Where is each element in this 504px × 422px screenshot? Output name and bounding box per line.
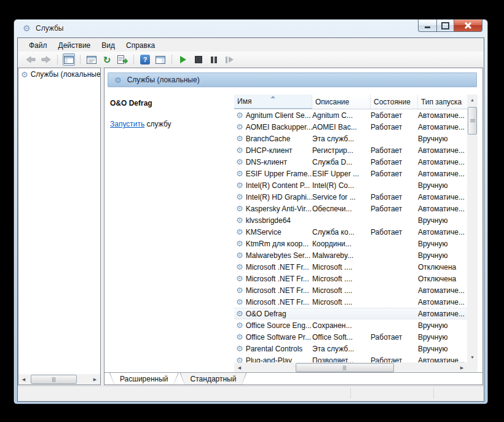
service-description-cell: Обеспечи...: [312, 205, 371, 213]
service-description-cell: Координи...: [312, 240, 371, 248]
scrollbar-thumb[interactable]: [31, 375, 77, 384]
service-startup-type-cell: Автоматиче...: [418, 158, 467, 166]
service-row[interactable]: ⚙Microsoft .NET Fr...Microsoft ....Отклю…: [234, 261, 467, 273]
help-button[interactable]: ?: [139, 53, 151, 66]
tab-extended[interactable]: Расширенный: [109, 373, 179, 385]
service-row[interactable]: ⚙Intel(R) Content P...Intel(R) Co...Вруч…: [234, 179, 467, 191]
tree-horizontal-scrollbar[interactable]: ◀ ▶: [18, 374, 100, 385]
minimize-button[interactable]: [418, 20, 437, 32]
toolbar-separator: [171, 55, 172, 64]
title-bar[interactable]: ⚙ Службы: [14, 20, 487, 37]
service-row[interactable]: ⚙AOMEI Backupper...AOMEI Bac...РаботаетА…: [234, 121, 467, 133]
help-icon: ?: [140, 55, 150, 64]
service-startup-type-cell: Вручную: [418, 345, 467, 353]
status-divider: [433, 388, 434, 399]
service-gear-icon: ⚙: [236, 356, 243, 362]
service-name-cell: ⚙Microsoft .NET Fr...: [234, 275, 312, 283]
service-startup-type-cell: Автоматиче...: [418, 228, 467, 236]
scroll-up-button[interactable]: ▲: [467, 95, 478, 105]
service-status-cell: Работает: [371, 356, 418, 363]
scroll-left-button[interactable]: ◀: [234, 362, 245, 373]
forward-arrow-icon: [41, 55, 51, 64]
forward-button[interactable]: [40, 53, 52, 66]
service-row[interactable]: ⚙Malwarebytes Ser...Malwareby...Вручную: [234, 249, 467, 261]
refresh-button[interactable]: ↻: [101, 53, 113, 66]
back-button[interactable]: [25, 53, 37, 66]
scrollbar-thumb[interactable]: [296, 363, 394, 372]
properties-button[interactable]: [85, 53, 98, 66]
maximize-button[interactable]: [437, 20, 454, 32]
column-header-status[interactable]: Состояние: [371, 95, 418, 109]
service-name-cell: ⚙klvssbrigde64: [234, 216, 312, 225]
service-gear-icon: ⚙: [236, 333, 243, 341]
service-startup-type-cell: Вручную: [418, 333, 467, 342]
scroll-down-button[interactable]: ▼: [467, 352, 478, 362]
service-row[interactable]: ⚙klvssbrigde64Вручную: [234, 214, 467, 226]
menu-item-help[interactable]: Справка: [120, 39, 160, 52]
service-action-line: Запустить службу: [110, 120, 171, 128]
column-header-name[interactable]: Имя: [234, 95, 312, 109]
tab-standard[interactable]: Стандартный: [180, 373, 247, 385]
menu-item-action[interactable]: Действие: [53, 39, 96, 52]
service-status-cell: Работает: [371, 146, 418, 155]
service-row[interactable]: ⚙O&O DefragАвтоматиче...: [234, 308, 467, 319]
service-row[interactable]: ⚙ESIF Upper Frame...ESIF Upper ...Работа…: [234, 168, 467, 179]
restart-service-button[interactable]: [223, 53, 235, 66]
start-icon: [180, 56, 186, 63]
service-name-cell: ⚙AOMEI Backupper...: [234, 123, 312, 131]
service-row[interactable]: ⚙DNS-клиентСлужба D...РаботаетАвтоматиче…: [234, 156, 467, 168]
service-row[interactable]: ⚙Microsoft .NET Fr...Microsoft ....Отклю…: [234, 273, 467, 284]
service-row[interactable]: ⚙Plug-and-PlayПозволяет...РаботаетАвтома…: [234, 354, 467, 362]
service-description-cell: Позволяет...: [312, 356, 371, 363]
service-row[interactable]: ⚙Agnitum Client Se...Agnitum C...Работае…: [234, 109, 467, 121]
services-gear-icon: ⚙: [114, 76, 122, 84]
show-action-pane-button[interactable]: [154, 53, 167, 66]
service-row[interactable]: ⚙Office Source Eng...Сохранен...Вручную: [234, 319, 467, 331]
service-gear-icon: ⚙: [236, 123, 243, 131]
properties-icon: [87, 56, 96, 64]
list-vertical-scrollbar[interactable]: ▲ ▼: [467, 95, 478, 362]
scroll-left-button[interactable]: ◀: [18, 374, 29, 385]
service-name-cell: ⚙DHCP-клиент: [234, 146, 312, 155]
show-console-tree-button[interactable]: [63, 53, 75, 66]
service-name-cell: ⚙Microsoft .NET Fr...: [234, 263, 312, 272]
menu-item-view[interactable]: Вид: [96, 39, 120, 52]
service-row[interactable]: ⚙KtmRm для коор...Координи...Вручную: [234, 238, 467, 249]
list-horizontal-scrollbar[interactable]: ◀ ▶: [234, 362, 467, 373]
pause-service-button[interactable]: [208, 53, 220, 66]
action-suffix: службу: [147, 120, 171, 128]
service-row[interactable]: ⚙Microsoft .NET Fr...Microsoft ....Автом…: [234, 284, 467, 296]
list-header: Имя Описание Состояние Тип запуска: [234, 95, 467, 109]
service-status-cell: Работает: [371, 333, 418, 342]
service-startup-type-cell: Вручную: [418, 135, 467, 143]
service-row[interactable]: ⚙Office Software Pr...Office Soft...Рабо…: [234, 331, 467, 343]
service-row[interactable]: ⚙DHCP-клиентРегистрир...РаботаетАвтомати…: [234, 144, 467, 156]
service-gear-icon: ⚙: [236, 228, 243, 236]
column-header-startup-type[interactable]: Тип запуска: [418, 95, 467, 109]
service-row[interactable]: ⚙KMServiceСлужба ко...РаботаетАвтоматиче…: [234, 226, 467, 238]
service-row[interactable]: ⚙Intel(R) HD Graphi...Service for ...Раб…: [234, 191, 467, 203]
service-description-cell: Microsoft ....: [312, 275, 371, 283]
tree-item-label: Службы (локальные): [31, 70, 100, 79]
sort-ascending-icon: [270, 96, 275, 98]
menu-item-file[interactable]: Файл: [23, 39, 53, 52]
service-startup-type-cell: Автоматиче...: [418, 193, 467, 201]
tree-item-services-local[interactable]: ⚙ Службы (локальные): [18, 68, 100, 80]
start-service-button[interactable]: [177, 53, 189, 66]
start-service-link[interactable]: Запустить: [110, 120, 144, 128]
scroll-right-button[interactable]: ▶: [457, 362, 467, 373]
service-startup-type-cell: Вручную: [418, 181, 467, 190]
service-status-cell: Работает: [371, 111, 418, 120]
column-header-description[interactable]: Описание: [312, 95, 371, 109]
export-list-button[interactable]: [116, 53, 128, 66]
service-name-cell: ⚙Malwarebytes Ser...: [234, 251, 312, 260]
service-row[interactable]: ⚙BranchCacheЭта служб...Вручную: [234, 133, 467, 144]
close-button[interactable]: [454, 20, 482, 32]
scroll-right-button[interactable]: ▶: [90, 374, 100, 385]
service-row[interactable]: ⚙Parental ControlsЭта служб...Вручную: [234, 343, 467, 354]
service-status-cell: Работает: [371, 158, 418, 166]
service-row[interactable]: ⚙Microsoft .NET Fr...Microsoft ....Автом…: [234, 296, 467, 308]
service-row[interactable]: ⚙Kaspersky Anti-Vir...Обеспечи...Работае…: [234, 203, 467, 214]
stop-service-button[interactable]: [192, 53, 205, 66]
scrollbar-thumb[interactable]: [468, 107, 477, 135]
